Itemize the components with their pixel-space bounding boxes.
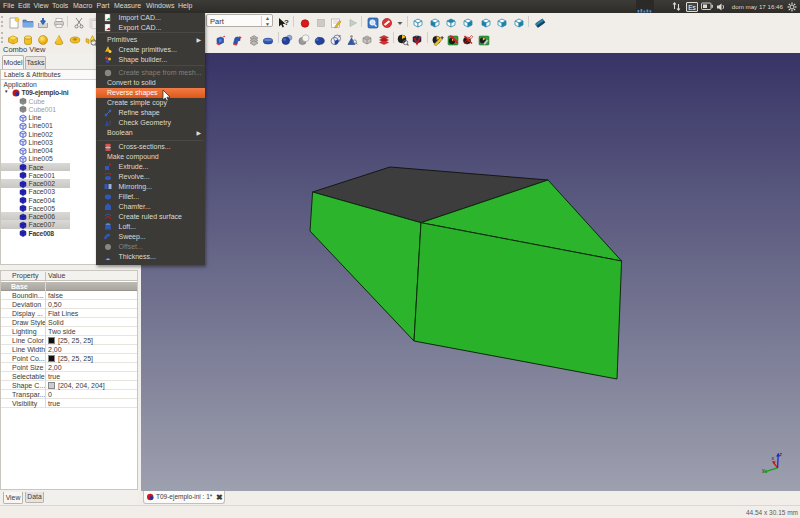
svg-text:?: ?	[284, 18, 289, 27]
svg-text:z: z	[780, 451, 783, 457]
svg-text:x: x	[772, 455, 775, 461]
